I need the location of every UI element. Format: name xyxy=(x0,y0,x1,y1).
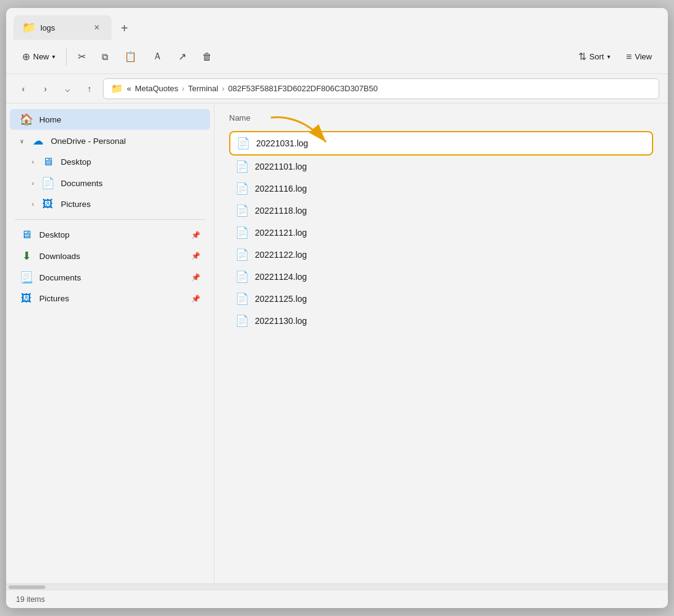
h-scrollbar-thumb[interactable] xyxy=(9,585,45,589)
onedrive-expand-icon: ∨ xyxy=(20,138,24,145)
breadcrumb-metaquotes-label: MetaQuotes xyxy=(135,84,178,93)
forward-button[interactable]: › xyxy=(37,80,54,97)
file-name-5: 20221122.log xyxy=(255,250,307,260)
file-item[interactable]: 📄 20221125.log xyxy=(229,288,653,310)
toolbar-sep-1 xyxy=(66,48,67,66)
up-icon: ↑ xyxy=(88,84,92,94)
sidebar-item-desktop-nav[interactable]: › 🖥 Desktop xyxy=(10,152,210,172)
file-icon-highlighted: 📄 xyxy=(237,137,250,150)
title-bar: 📁 logs ✕ + xyxy=(6,8,668,40)
dropdown-button[interactable]: ⌵ xyxy=(59,80,76,97)
file-item[interactable]: 📄 20221101.log xyxy=(229,156,653,178)
file-item[interactable]: 📄 20221124.log xyxy=(229,266,653,288)
sidebar-item-pictures-pinned[interactable]: 🖼 Pictures 📌 xyxy=(10,288,210,309)
sep-2: › xyxy=(222,85,224,93)
file-icon-7: 📄 xyxy=(235,292,249,306)
cut-icon: ✂ xyxy=(78,51,86,62)
sidebar-item-documents-nav[interactable]: › 📄 Documents xyxy=(10,173,210,193)
view-label: View xyxy=(635,52,652,61)
address-folder-icon: 📁 xyxy=(111,83,123,94)
downloads-pin-icon: 📌 xyxy=(191,252,200,260)
file-name-6: 20221124.log xyxy=(255,272,307,282)
file-item[interactable]: 📄 20221116.log xyxy=(229,178,653,200)
new-icon: ⊕ xyxy=(22,51,30,62)
file-name-8: 20221130.log xyxy=(255,316,307,326)
dropdown-icon: ⌵ xyxy=(65,84,70,94)
delete-icon: 🗑 xyxy=(202,51,212,62)
file-item[interactable]: 📄 20221130.log xyxy=(229,310,653,332)
sidebar-onedrive-label: OneDrive - Personal xyxy=(51,137,126,146)
view-button[interactable]: ≡ View xyxy=(620,48,658,66)
pictures-expand-icon: › xyxy=(32,201,34,208)
sidebar-item-pictures-nav[interactable]: › 🖼 Pictures xyxy=(10,194,210,214)
file-icon-8: 📄 xyxy=(235,314,249,328)
file-list-header: Name xyxy=(229,113,653,125)
breadcrumb-hash: 082F53F5881F3D6022DF806C3D307B50 xyxy=(228,84,377,93)
desktop-pin-icon: 📌 xyxy=(191,231,200,239)
documents-expand-icon: › xyxy=(32,180,34,187)
tab-label: logs xyxy=(40,23,55,32)
file-name-2: 20221116.log xyxy=(255,184,307,193)
horizontal-scrollbar[interactable] xyxy=(6,584,668,590)
file-name-3: 20221118.log xyxy=(255,206,307,216)
annotation-arrow xyxy=(265,115,338,151)
sort-dropdown-icon: ▾ xyxy=(607,53,610,60)
paste-icon: 📋 xyxy=(124,51,137,62)
file-item[interactable]: 📄 20221122.log xyxy=(229,244,653,266)
file-icon-1: 📄 xyxy=(235,160,249,173)
file-icon-4: 📄 xyxy=(235,226,249,239)
sidebar-documents-nav-label: Documents xyxy=(61,179,102,188)
rename-button[interactable]: Ａ xyxy=(146,47,168,66)
sidebar-item-onedrive[interactable]: ∨ ☁ OneDrive - Personal xyxy=(10,130,210,151)
folder-icon: 📁 xyxy=(22,21,36,34)
file-name-7: 20221125.log xyxy=(255,294,307,304)
tab-close-button[interactable]: ✕ xyxy=(91,21,103,34)
new-dropdown-icon: ▾ xyxy=(52,53,55,60)
file-list: Name 📄 20221031.log xyxy=(214,103,668,584)
documents-pin-icon: 📌 xyxy=(191,273,200,282)
sidebar-item-documents-pinned[interactable]: 📃 Documents 📌 xyxy=(10,267,210,288)
desktop-expand-icon: › xyxy=(32,159,34,165)
file-explorer-window: 📁 logs ✕ + ⊕ New ▾ ✂ ⧉ 📋 Ａ ↗ 🗑 xyxy=(6,8,668,608)
copy-button[interactable]: ⧉ xyxy=(96,48,115,66)
sort-button[interactable]: ⇅ Sort ▾ xyxy=(572,48,616,66)
sidebar-documents-pinned-label: Documents xyxy=(39,273,81,282)
new-button[interactable]: ⊕ New ▾ xyxy=(16,48,61,66)
file-name-1: 20221101.log xyxy=(255,162,307,171)
desktop-pinned-icon: 🖥 xyxy=(20,228,33,241)
up-button[interactable]: ↑ xyxy=(81,80,98,97)
status-bar: 19 items xyxy=(6,590,668,608)
downloads-icon: ⬇ xyxy=(20,249,33,263)
sidebar-item-downloads-pinned[interactable]: ⬇ Downloads 📌 xyxy=(10,246,210,266)
toolbar: ⊕ New ▾ ✂ ⧉ 📋 Ａ ↗ 🗑 ⇅ Sort ▾ ≡ xyxy=(6,40,668,74)
home-icon: 🏠 xyxy=(20,113,33,126)
sidebar-downloads-label: Downloads xyxy=(39,252,80,261)
back-icon: ‹ xyxy=(22,84,25,94)
delete-button[interactable]: 🗑 xyxy=(196,48,218,66)
sidebar-item-home[interactable]: 🏠 Home xyxy=(10,109,210,130)
new-tab-button[interactable]: + xyxy=(114,18,135,39)
breadcrumb-metaquotes: « xyxy=(127,84,131,93)
share-icon: ↗ xyxy=(178,51,186,62)
onedrive-icon: ☁ xyxy=(31,134,45,148)
sep-1: › xyxy=(182,85,184,93)
share-button[interactable]: ↗ xyxy=(172,48,192,66)
back-button[interactable]: ‹ xyxy=(15,80,32,97)
paste-button[interactable]: 📋 xyxy=(118,48,143,66)
sidebar-desktop-pinned-label: Desktop xyxy=(39,230,70,239)
pictures-pin-icon: 📌 xyxy=(191,295,200,303)
sidebar-desktop-nav-label: Desktop xyxy=(61,157,91,167)
sidebar-divider xyxy=(15,219,205,220)
sidebar-home-label: Home xyxy=(39,115,61,124)
sort-icon: ⇅ xyxy=(578,51,586,62)
sidebar-pictures-pinned-label: Pictures xyxy=(39,294,69,303)
pictures-nav-icon: 🖼 xyxy=(41,198,55,211)
breadcrumb-terminal: Terminal xyxy=(188,84,218,93)
main-content: 🏠 Home ∨ ☁ OneDrive - Personal › 🖥 Deskt… xyxy=(6,103,668,584)
cut-button[interactable]: ✂ xyxy=(72,48,92,66)
sidebar-item-desktop-pinned[interactable]: 🖥 Desktop 📌 xyxy=(10,225,210,245)
address-path[interactable]: 📁 « MetaQuotes › Terminal › 082F53F5881F… xyxy=(103,78,659,99)
file-item[interactable]: 📄 20221118.log xyxy=(229,200,653,222)
file-item[interactable]: 📄 20221121.log xyxy=(229,222,653,244)
tab-logs[interactable]: 📁 logs ✕ xyxy=(13,15,112,40)
